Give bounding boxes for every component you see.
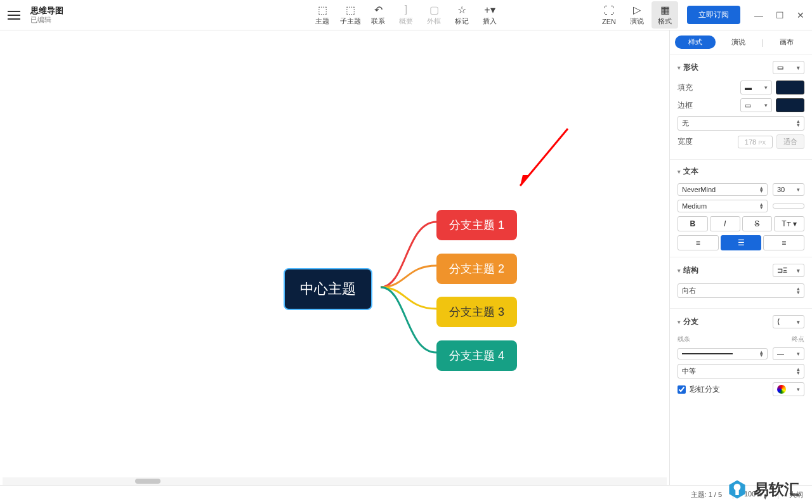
structure-title: 结构 xyxy=(683,266,698,275)
connectors xyxy=(0,30,669,485)
branch-icon-select[interactable]: ⟨ ▾ xyxy=(773,315,804,328)
fill-color-swatch[interactable] xyxy=(776,81,804,94)
border-label: 边框 xyxy=(678,100,693,111)
summary-button: ]概要 xyxy=(393,1,419,29)
bold-button[interactable]: B xyxy=(678,216,708,231)
chevron-down-icon[interactable]: ▾ xyxy=(678,268,681,274)
format-button[interactable]: ▦格式 xyxy=(652,1,678,29)
text-color-swatch[interactable] xyxy=(773,204,804,209)
status-bar: 主题: 1 / 5 | 100% ▴▾ | 大纲 xyxy=(0,485,812,504)
fill-label: 填充 xyxy=(678,82,693,93)
close-icon[interactable]: ✕ xyxy=(797,10,804,20)
maximize-icon[interactable]: ☐ xyxy=(776,10,784,20)
line-select[interactable]: 无▴▾ xyxy=(678,116,804,131)
relation-icon: ↶ xyxy=(374,4,383,15)
pitch-button[interactable]: ▷演说 xyxy=(624,1,650,29)
title-block: 思维导图 已编辑 xyxy=(30,6,63,24)
subscribe-button[interactable]: 立即订阅 xyxy=(687,6,740,24)
branch-topic-2[interactable]: 分支主题 2 xyxy=(436,254,517,284)
topic-button[interactable]: ⬚主题 xyxy=(309,1,336,29)
align-left-button[interactable]: ≡ xyxy=(678,235,719,250)
watermark: 易软汇 xyxy=(726,478,799,501)
toolbar-center: ⬚主题 ⬚子主题 ↶联系 ]概要 ▢外框 ☆标记 +▾插入 xyxy=(309,1,503,29)
fill-style-select[interactable]: ▬ ▾ xyxy=(740,81,772,94)
format-panel: 样式 演说 | 画布 ▾形状 ▭ ▾ 填充 ▬ ▾ 边框 ▭ ▾ 无▴▾ 宽 xyxy=(669,30,812,485)
svg-line-0 xyxy=(520,129,568,186)
chevron-down-icon[interactable]: ▾ xyxy=(678,65,681,71)
scroll-thumb[interactable] xyxy=(135,479,160,484)
plus-icon: +▾ xyxy=(484,4,495,15)
border-color-swatch[interactable] xyxy=(776,98,804,112)
rainbow-color-select[interactable]: ▾ xyxy=(773,382,804,396)
boundary-button: ▢外框 xyxy=(421,1,447,29)
fit-button[interactable]: 适合 xyxy=(776,134,804,149)
chevron-down-icon[interactable]: ▾ xyxy=(678,319,681,325)
window-controls: — ☐ ✕ xyxy=(754,10,804,20)
branch-topic-1[interactable]: 分支主题 1 xyxy=(436,210,517,240)
central-topic[interactable]: 中心主题 xyxy=(284,268,372,310)
border-style-select[interactable]: ▭ ▾ xyxy=(740,98,772,112)
insert-button[interactable]: +▾插入 xyxy=(476,1,503,29)
line-label: 线条 xyxy=(678,335,690,344)
branch-title: 分支 xyxy=(683,317,698,326)
doc-status: 已编辑 xyxy=(30,16,63,24)
size-select[interactable]: 30▾ xyxy=(773,183,804,196)
shape-title: 形状 xyxy=(683,63,698,72)
font-select[interactable]: NeverMind▴▾ xyxy=(678,183,768,196)
section-shape: ▾形状 ▭ ▾ 填充 ▬ ▾ 边框 ▭ ▾ 无▴▾ 宽度 178 PX 适合 xyxy=(670,54,812,159)
minimize-icon[interactable]: — xyxy=(754,10,763,20)
italic-button[interactable]: I xyxy=(710,216,740,231)
app-header: 思维导图 已编辑 ⬚主题 ⬚子主题 ↶联系 ]概要 ▢外框 ☆标记 +▾插入 ⛶… xyxy=(0,0,812,30)
strike-button[interactable]: S xyxy=(742,216,773,231)
svg-rect-3 xyxy=(735,489,738,495)
boundary-icon: ▢ xyxy=(429,4,439,15)
subtopic-button[interactable]: ⬚子主题 xyxy=(337,1,363,29)
end-label: 终点 xyxy=(792,335,804,344)
section-text: ▾文本 NeverMind▴▾ 30▾ Medium▴▾ B I S Tᴛ ▾ … xyxy=(670,159,812,257)
zen-icon: ⛶ xyxy=(604,5,614,16)
branch-topic-3[interactable]: 分支主题 3 xyxy=(436,297,517,327)
rainbow-checkbox[interactable] xyxy=(678,385,686,394)
section-branch: ▾分支 ⟨ ▾ 线条 终点 ▴▾ — ▾ 中等▴▾ 彩虹分支 ▾ xyxy=(670,308,812,406)
end-style-select[interactable]: — ▾ xyxy=(773,347,804,360)
branch-topic-4[interactable]: 分支主题 4 xyxy=(436,340,517,371)
toolbar-right: ⛶ZEN ▷演说 ▦格式 立即订阅 — ☐ ✕ xyxy=(596,1,804,29)
relationship-button[interactable]: ↶联系 xyxy=(365,1,391,29)
zen-button[interactable]: ⛶ZEN xyxy=(596,3,622,28)
tab-pitch[interactable]: 演说 xyxy=(718,36,759,49)
align-center-button[interactable]: ☰ xyxy=(721,235,762,250)
textcase-button[interactable]: Tᴛ ▾ xyxy=(774,216,804,231)
chevron-down-icon[interactable]: ▾ xyxy=(678,169,681,175)
marker-button[interactable]: ☆标记 xyxy=(449,1,475,29)
thickness-select[interactable]: 中等▴▾ xyxy=(678,364,804,378)
canvas[interactable]: 中心主题 分支主题 1 分支主题 2 分支主题 3 分支主题 4 xyxy=(0,30,669,485)
horizontal-scrollbar[interactable] xyxy=(3,477,667,485)
topic-icon: ⬚ xyxy=(318,4,327,15)
weight-select[interactable]: Medium▴▾ xyxy=(678,200,768,212)
direction-select[interactable]: 向右▴▾ xyxy=(678,283,804,298)
menu-icon[interactable] xyxy=(8,9,20,22)
watermark-text: 易软汇 xyxy=(754,479,799,500)
svg-marker-1 xyxy=(520,175,528,186)
subtopic-icon: ⬚ xyxy=(346,4,355,15)
panel-tabs: 样式 演说 | 画布 xyxy=(670,30,812,54)
tab-canvas[interactable]: 画布 xyxy=(766,36,807,49)
tab-separator: | xyxy=(762,38,764,47)
text-title: 文本 xyxy=(683,167,698,176)
rainbow-label: 彩虹分支 xyxy=(690,384,720,395)
line-style-select[interactable]: ▴▾ xyxy=(678,348,768,360)
align-right-button[interactable]: ≡ xyxy=(763,235,804,250)
star-icon: ☆ xyxy=(457,4,466,15)
structure-icon-select[interactable]: ⊐Ξ ▾ xyxy=(773,264,804,277)
width-input[interactable]: 178 PX xyxy=(738,136,773,148)
format-icon: ▦ xyxy=(660,4,670,15)
tab-style[interactable]: 样式 xyxy=(675,36,716,49)
topic-count: 主题: 1 / 5 xyxy=(691,490,723,500)
width-label: 宽度 xyxy=(678,136,693,147)
shape-select[interactable]: ▭ ▾ xyxy=(773,61,804,74)
doc-title: 思维导图 xyxy=(30,6,63,16)
pitch-icon: ▷ xyxy=(633,4,641,15)
summary-icon: ] xyxy=(405,4,407,15)
watermark-logo-icon xyxy=(726,478,749,501)
section-structure: ▾结构 ⊐Ξ ▾ 向右▴▾ xyxy=(670,257,812,308)
